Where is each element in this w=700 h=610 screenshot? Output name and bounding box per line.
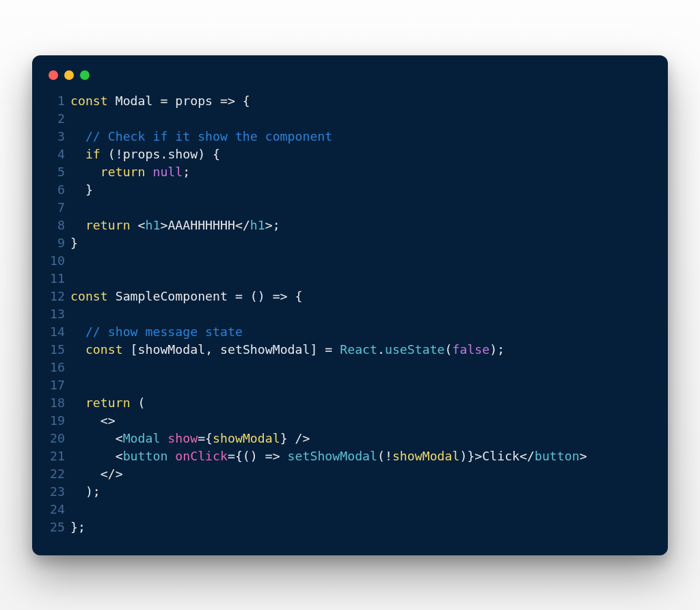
minimize-icon[interactable] [64,70,74,80]
code-editor[interactable]: 1const Modal = props => {2 3 // Check if… [47,92,653,536]
line-source[interactable]: const Modal = props => { [70,92,653,110]
token-op [70,324,85,339]
code-line[interactable]: 21 <button onClick={() => setShowModal(!… [47,447,653,465]
code-line[interactable]: 17 [47,376,653,394]
code-line[interactable]: 12const SampleComponent = () => { [47,288,653,305]
token-op: } /> [280,431,310,445]
token-fn: SampleComponent [116,289,228,303]
code-line[interactable]: 14 // show message state [47,323,653,341]
token-op: </> [70,467,123,481]
line-number: 21 [47,447,70,465]
code-line[interactable]: 5 return null; [47,163,653,181]
line-source[interactable]: return null; [70,163,653,181]
code-line[interactable]: 18 return ( [47,394,653,412]
token-op [70,396,85,410]
token-op: ); [70,484,100,499]
line-source[interactable] [70,305,653,323]
code-window: 1const Modal = props => {2 3 // Check if… [32,55,668,555]
line-source[interactable]: return ( [70,394,653,412]
line-source[interactable]: } [70,234,653,252]
line-number: 20 [47,430,70,447]
token-call: setShowModal [288,449,377,463]
line-number: 24 [47,501,70,518]
line-number: 19 [47,412,70,430]
line-number: 25 [47,518,70,536]
token-op [160,431,167,445]
line-number: 14 [47,323,70,341]
code-line[interactable]: 1const Modal = props => { [47,92,653,110]
token-op: <> [70,413,116,428]
line-number: 15 [47,341,70,359]
token-op: }; [70,520,85,534]
token-ang: >; [265,218,280,232]
code-line[interactable]: 4 if (!props.show) { [47,145,653,163]
line-source[interactable]: if (!props.show) { [70,145,653,163]
token-op: [ [123,342,138,357]
line-source[interactable]: // show message state [70,323,653,341]
token-op [70,147,85,161]
token-kw: const [70,289,116,303]
line-source[interactable] [70,270,653,288]
token-tag: h1 [146,218,161,232]
code-line[interactable]: 23 ); [47,483,653,501]
code-line[interactable]: 10 [47,252,653,270]
line-source[interactable] [70,359,653,376]
code-line[interactable]: 3 // Check if it show the component [47,128,653,145]
code-line[interactable]: 24 [47,501,653,518]
line-number: 1 [47,92,70,110]
code-line[interactable]: 15 const [showModal, setShowModal] = Rea… [47,341,653,359]
line-source[interactable]: <> [70,412,653,430]
line-source[interactable]: // Check if it show the component [70,128,653,145]
token-op: ( [131,396,146,410]
code-line[interactable]: 6 } [47,181,653,199]
code-line[interactable]: 19 <> [47,412,653,430]
code-line[interactable]: 8 return <h1>AAAHHHHHH</h1>; [47,217,653,234]
code-line[interactable]: 25}; [47,518,653,536]
line-source[interactable]: const [showModal, setShowModal] = React.… [70,341,653,359]
code-line[interactable]: 13 [47,305,653,323]
line-number: 17 [47,376,70,394]
code-line[interactable]: 7 [47,199,653,217]
line-source[interactable]: <button onClick={() => setShowModal(!sho… [70,447,653,465]
line-source[interactable]: ); [70,483,653,501]
line-source[interactable]: return <h1>AAAHHHHHH</h1>; [70,217,653,234]
token-op [70,129,85,143]
code-line[interactable]: 16 [47,359,653,376]
code-line[interactable]: 2 [47,110,653,128]
line-source[interactable] [70,199,653,217]
token-op [70,342,85,357]
token-op [70,449,116,463]
code-line[interactable]: 20 <Modal show={showModal} /> [47,430,653,447]
line-source[interactable]: </> [70,465,653,483]
token-ang: > [580,449,587,463]
line-number: 8 [47,217,70,234]
token-op: ; [183,165,190,179]
token-pr: setShowModal [220,342,310,357]
token-arg: showModal [392,449,460,463]
token-ang: > [160,218,167,232]
line-source[interactable] [70,501,653,518]
code-line[interactable]: 9} [47,234,653,252]
code-line[interactable]: 11 [47,270,653,288]
line-source[interactable]: <Modal show={showModal} /> [70,430,653,447]
token-op: } [70,182,93,197]
token-op [70,431,116,445]
token-op: ) { [198,147,220,161]
code-line[interactable]: 22 </> [47,465,653,483]
token-str: AAAHHHHHH [167,218,235,232]
line-source[interactable]: }; [70,518,653,536]
line-source[interactable] [70,110,653,128]
token-op: (! [377,449,392,463]
token-pr: props [175,94,213,108]
line-number: 18 [47,394,70,412]
close-icon[interactable] [49,70,58,80]
line-source[interactable]: } [70,181,653,199]
line-source[interactable]: const SampleComponent = () => { [70,288,653,305]
token-op: ] = [310,342,340,357]
token-op [167,449,175,463]
token-op: ( [445,342,453,357]
line-source[interactable] [70,376,653,394]
zoom-icon[interactable] [80,70,90,80]
token-op: . [160,147,167,161]
line-source[interactable] [70,252,653,270]
